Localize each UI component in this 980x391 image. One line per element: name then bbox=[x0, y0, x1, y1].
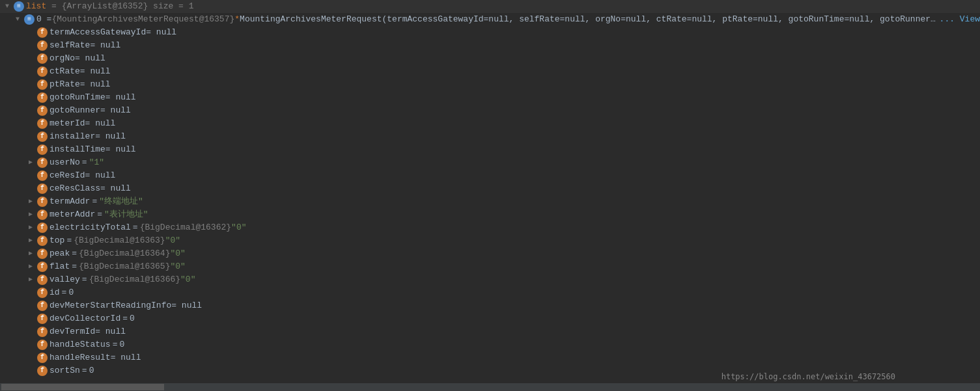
field-expand-arrow[interactable] bbox=[26, 275, 35, 284]
field-icon: f bbox=[37, 196, 48, 207]
field-row[interactable]: f devTermId = null bbox=[0, 325, 980, 338]
field-row[interactable]: f ceResClass = null bbox=[0, 182, 980, 195]
field-name: devCollectorId bbox=[49, 312, 120, 325]
field-row[interactable]: f gotoRunTime = null bbox=[0, 91, 980, 104]
field-display-value: "0" bbox=[180, 273, 195, 286]
field-expand-arrow[interactable] bbox=[26, 262, 35, 271]
field-value: = null bbox=[111, 351, 141, 364]
field-expand-arrow[interactable] bbox=[26, 249, 35, 258]
field-icon: f bbox=[37, 79, 48, 90]
field-row[interactable]: f id = 0 bbox=[0, 286, 980, 299]
field-name: meterAddr bbox=[49, 208, 95, 221]
field-row[interactable]: f termAccessGatewayId = null bbox=[0, 26, 980, 39]
field-equals: = bbox=[66, 234, 72, 247]
field-icon: f bbox=[37, 66, 48, 77]
field-display-value: "0" bbox=[231, 221, 246, 234]
field-row[interactable]: f top = {BigDecimal@16363} "0" bbox=[0, 234, 980, 247]
field-icon: f bbox=[37, 262, 48, 272]
root-modified-star: * bbox=[234, 13, 240, 26]
field-row[interactable]: f devMeterStartReadingInfo = null bbox=[0, 299, 980, 312]
field-expand-arrow[interactable] bbox=[26, 210, 35, 219]
field-value: = null bbox=[100, 104, 131, 117]
field-row[interactable]: f handleResult = null bbox=[0, 351, 980, 364]
field-type-ref: {BigDecimal@16364} bbox=[79, 247, 170, 260]
field-row[interactable]: f orgNo = null bbox=[0, 52, 980, 65]
field-equals: = bbox=[62, 286, 67, 299]
field-row[interactable]: f meterId = null bbox=[0, 117, 980, 130]
field-icon: f bbox=[37, 144, 48, 155]
field-value: = null bbox=[85, 117, 116, 130]
field-row[interactable]: f installTime = null bbox=[0, 143, 980, 156]
field-row[interactable]: f gotoRunner = null bbox=[0, 104, 980, 117]
field-icon: f bbox=[37, 275, 48, 285]
field-value: 0 bbox=[119, 338, 124, 351]
field-name: termAccessGatewayId bbox=[49, 26, 146, 39]
field-value: = null bbox=[85, 169, 116, 182]
field-equals: = bbox=[92, 195, 97, 208]
field-equals: = bbox=[122, 312, 128, 325]
field-icon: f bbox=[37, 366, 48, 376]
field-name: installTime bbox=[49, 143, 105, 156]
list-label: list bbox=[26, 0, 46, 13]
field-name: electricityTotal bbox=[49, 221, 131, 234]
field-row[interactable]: f peak = {BigDecimal@16364} "0" bbox=[0, 247, 980, 260]
field-icon: f bbox=[37, 105, 48, 116]
field-value: = null bbox=[80, 78, 111, 91]
root-object-row[interactable]: ≡ 0 = {MountingArchivesMeterRequest@1635… bbox=[0, 13, 980, 26]
field-type-ref: {BigDecimal@16363} bbox=[74, 234, 165, 247]
field-row[interactable]: f selfRate = null bbox=[0, 39, 980, 52]
field-value: 0 bbox=[68, 286, 74, 299]
horizontal-scrollbar[interactable] bbox=[0, 383, 980, 391]
field-display-value: "0" bbox=[165, 234, 180, 247]
field-name: sortSn bbox=[49, 364, 80, 377]
field-equals: = bbox=[72, 247, 77, 260]
field-value: 0 bbox=[130, 312, 135, 325]
list-header-row[interactable]: ≡ list = {ArrayList@16352} size = 1 bbox=[0, 0, 980, 13]
field-name: termAddr bbox=[49, 195, 90, 208]
field-icon: f bbox=[37, 92, 48, 103]
list-expand-arrow[interactable] bbox=[3, 2, 12, 11]
field-row[interactable]: f meterAddr = "表计地址" bbox=[0, 208, 980, 221]
root-expand-arrow[interactable] bbox=[13, 15, 22, 24]
field-equals: = bbox=[133, 221, 138, 234]
field-display-value: "0" bbox=[170, 260, 185, 273]
field-value: = null bbox=[90, 39, 120, 52]
root-view-link[interactable]: ... View bbox=[940, 13, 980, 26]
field-icon: f bbox=[37, 249, 48, 259]
list-type: = {ArrayList@16352} bbox=[46, 0, 153, 13]
scrollbar-thumb[interactable] bbox=[1, 384, 164, 390]
field-expand-arrow[interactable] bbox=[26, 236, 35, 245]
field-name: selfRate bbox=[49, 39, 90, 52]
field-icon: f bbox=[37, 40, 48, 51]
debugger-panel: ≡ list = {ArrayList@16352} size = 1 ≡ 0 … bbox=[0, 0, 980, 391]
field-value: 0 bbox=[89, 364, 94, 377]
field-row[interactable]: f userNo = "1" bbox=[0, 156, 980, 169]
field-icon: f bbox=[37, 327, 48, 337]
field-equals: = bbox=[72, 260, 77, 273]
field-row[interactable]: f devCollectorId = 0 bbox=[0, 312, 980, 325]
field-row[interactable]: f valley = {BigDecimal@16366} "0" bbox=[0, 273, 980, 286]
field-equals: = bbox=[97, 208, 102, 221]
field-row[interactable]: f ptRate = null bbox=[0, 78, 980, 91]
field-row[interactable]: f electricityTotal = {BigDecimal@16362} … bbox=[0, 221, 980, 234]
fields-container: f termAccessGatewayId = null f selfRate … bbox=[0, 26, 980, 377]
field-value: "终端地址" bbox=[99, 195, 143, 208]
field-expand-arrow[interactable] bbox=[26, 223, 35, 232]
field-expand-arrow[interactable] bbox=[26, 158, 35, 167]
field-value: = null bbox=[95, 130, 126, 143]
field-name: handleResult bbox=[49, 351, 111, 364]
field-icon: f bbox=[37, 170, 48, 181]
field-name: ptRate bbox=[49, 78, 80, 91]
field-name: id bbox=[49, 286, 60, 299]
field-row[interactable]: f handleStatus = 0 bbox=[0, 338, 980, 351]
field-equals: = bbox=[113, 338, 118, 351]
field-icon: f bbox=[37, 222, 48, 233]
field-icon: f bbox=[37, 314, 48, 324]
field-row[interactable]: f ceResId = null bbox=[0, 169, 980, 182]
field-row[interactable]: f termAddr = "终端地址" bbox=[0, 195, 980, 208]
field-row[interactable]: f flat = {BigDecimal@16365} "0" bbox=[0, 260, 980, 273]
root-icon: ≡ bbox=[24, 14, 35, 25]
field-row[interactable]: f ctRate = null bbox=[0, 65, 980, 78]
field-expand-arrow[interactable] bbox=[26, 197, 35, 206]
field-row[interactable]: f installer = null bbox=[0, 130, 980, 143]
